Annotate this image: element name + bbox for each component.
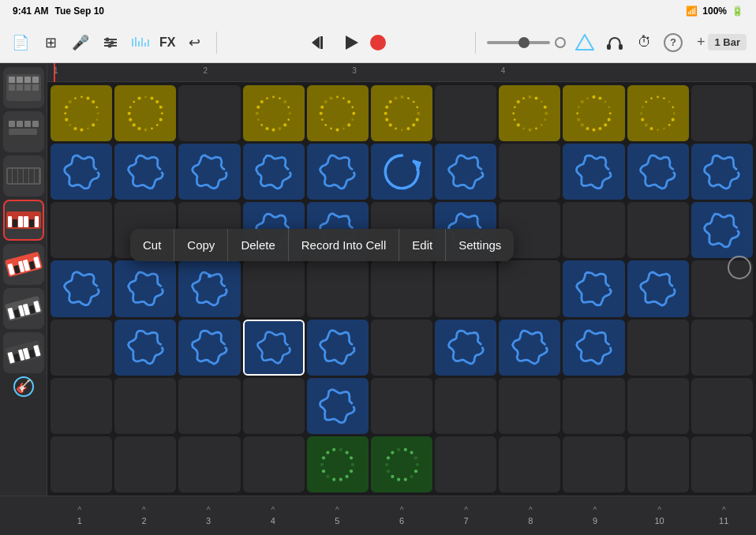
cell-6-4[interactable] xyxy=(307,436,369,492)
cell-4-5[interactable] xyxy=(371,320,432,376)
new-track-icon[interactable]: 📄 xyxy=(9,32,32,54)
cell-6-7[interactable] xyxy=(499,436,560,492)
play-button[interactable] xyxy=(339,30,364,55)
cell-5-2[interactable] xyxy=(178,378,240,434)
cell-3-3[interactable] xyxy=(243,260,305,316)
cell-2-8[interactable] xyxy=(563,202,624,258)
cell-4-1[interactable] xyxy=(114,320,176,376)
cell-6-5[interactable] xyxy=(371,436,432,492)
cell-0-5[interactable] xyxy=(371,85,432,141)
context-menu-edit[interactable]: Edit xyxy=(399,229,446,261)
cell-1-9[interactable] xyxy=(627,144,689,200)
microphone-icon[interactable]: 🎤 xyxy=(69,32,92,54)
cell-4-8[interactable] xyxy=(563,320,624,376)
cell-6-6[interactable] xyxy=(435,436,496,492)
cell-1-8[interactable] xyxy=(563,144,624,200)
track-view-icon[interactable]: ⊞ xyxy=(39,32,62,54)
cell-6-8[interactable] xyxy=(563,436,624,492)
home-button[interactable] xyxy=(728,256,751,279)
col-number-7[interactable]: ^ 7 xyxy=(434,506,499,526)
cell-5-9[interactable] xyxy=(627,378,689,434)
cell-5-5[interactable] xyxy=(371,378,432,434)
cell-1-4[interactable] xyxy=(307,144,369,200)
cell-5-4[interactable] xyxy=(307,378,369,434)
cell-3-9[interactable] xyxy=(627,260,689,316)
cell-6-1[interactable] xyxy=(114,436,176,492)
cell-4-6[interactable] xyxy=(435,320,496,376)
record-button[interactable] xyxy=(370,35,386,51)
col-number-1[interactable]: ^ 1 xyxy=(47,506,112,526)
cell-0-10[interactable] xyxy=(691,85,753,141)
col-number-5[interactable]: ^ 5 xyxy=(305,506,370,526)
cell-4-9[interactable] xyxy=(627,320,689,376)
cell-5-1[interactable] xyxy=(114,378,176,434)
context-menu-settings[interactable]: Settings xyxy=(446,229,514,261)
sidebar-item-keyboard-red[interactable] xyxy=(3,200,44,241)
cell-6-10[interactable] xyxy=(691,436,753,492)
cell-3-7[interactable] xyxy=(499,260,560,316)
sidebar-item-drum1[interactable] xyxy=(3,67,44,108)
cell-0-2[interactable] xyxy=(178,85,240,141)
undo-icon[interactable]: ↩ xyxy=(183,32,205,54)
cell-0-6[interactable] xyxy=(435,85,496,141)
cell-4-3[interactable] xyxy=(243,320,305,376)
cell-1-0[interactable] xyxy=(51,144,112,200)
rewind-button[interactable] xyxy=(307,30,332,55)
cell-2-10[interactable] xyxy=(691,202,753,258)
cell-3-5[interactable] xyxy=(371,260,432,316)
loop-icon[interactable] xyxy=(574,32,596,54)
cell-6-9[interactable] xyxy=(627,436,689,492)
sidebar-item-keyboard3[interactable] xyxy=(3,288,44,329)
headphones-icon[interactable] xyxy=(604,32,626,54)
cell-3-4[interactable] xyxy=(307,260,369,316)
cell-4-0[interactable] xyxy=(51,320,112,376)
metronome-icon[interactable]: ⏱ xyxy=(634,32,656,54)
volume-knob[interactable] xyxy=(555,37,566,48)
cell-3-2[interactable] xyxy=(178,260,240,316)
mixer-icon[interactable] xyxy=(99,32,122,54)
cell-5-8[interactable] xyxy=(563,378,624,434)
cell-4-7[interactable] xyxy=(499,320,560,376)
cell-2-0[interactable] xyxy=(51,202,112,258)
cell-2-9[interactable] xyxy=(627,202,689,258)
cell-5-10[interactable] xyxy=(691,378,753,434)
cell-3-0[interactable] xyxy=(51,260,112,316)
context-menu-copy[interactable]: Copy xyxy=(174,229,228,261)
cell-1-6[interactable] xyxy=(435,144,496,200)
cell-3-1[interactable] xyxy=(114,260,176,316)
cell-1-3[interactable] xyxy=(243,144,305,200)
cell-1-7[interactable] xyxy=(499,144,560,200)
cell-1-1[interactable] xyxy=(114,144,176,200)
sidebar-item-drum2[interactable] xyxy=(3,111,44,152)
cell-6-3[interactable] xyxy=(243,436,305,492)
cell-3-6[interactable] xyxy=(435,260,496,316)
col-number-9[interactable]: ^ 9 xyxy=(563,506,627,526)
cell-5-6[interactable] xyxy=(435,378,496,434)
cell-1-5[interactable] xyxy=(371,144,432,200)
help-icon[interactable]: ? xyxy=(664,33,683,52)
cell-5-7[interactable] xyxy=(499,378,560,434)
context-menu-cut[interactable]: Cut xyxy=(130,229,174,261)
fx-button[interactable]: FX xyxy=(159,36,175,50)
sidebar-item-keyboard2[interactable] xyxy=(3,244,44,285)
context-menu-delete[interactable]: Delete xyxy=(228,229,288,261)
add-bar-button[interactable]: + xyxy=(697,34,705,51)
cell-0-9[interactable] xyxy=(627,85,689,141)
eq-icon[interactable] xyxy=(129,32,152,54)
volume-slider[interactable] xyxy=(487,41,550,44)
cell-4-10[interactable] xyxy=(691,320,753,376)
cell-0-4[interactable] xyxy=(307,85,369,141)
context-menu-record[interactable]: Record Into Cell xyxy=(289,229,400,261)
cell-6-2[interactable] xyxy=(178,436,240,492)
cell-4-4[interactable] xyxy=(307,320,369,376)
col-number-2[interactable]: ^ 2 xyxy=(112,506,177,526)
cell-3-8[interactable] xyxy=(563,260,624,316)
cell-0-1[interactable] xyxy=(114,85,176,141)
cell-0-8[interactable] xyxy=(563,85,624,141)
cell-1-2[interactable] xyxy=(178,144,240,200)
col-number-4[interactable]: ^ 4 xyxy=(241,506,305,526)
cell-0-3[interactable] xyxy=(243,85,305,141)
cell-5-0[interactable] xyxy=(51,378,112,434)
sidebar-add-instrument[interactable]: 🎸 xyxy=(3,376,44,398)
col-number-6[interactable]: ^ 6 xyxy=(369,506,434,526)
